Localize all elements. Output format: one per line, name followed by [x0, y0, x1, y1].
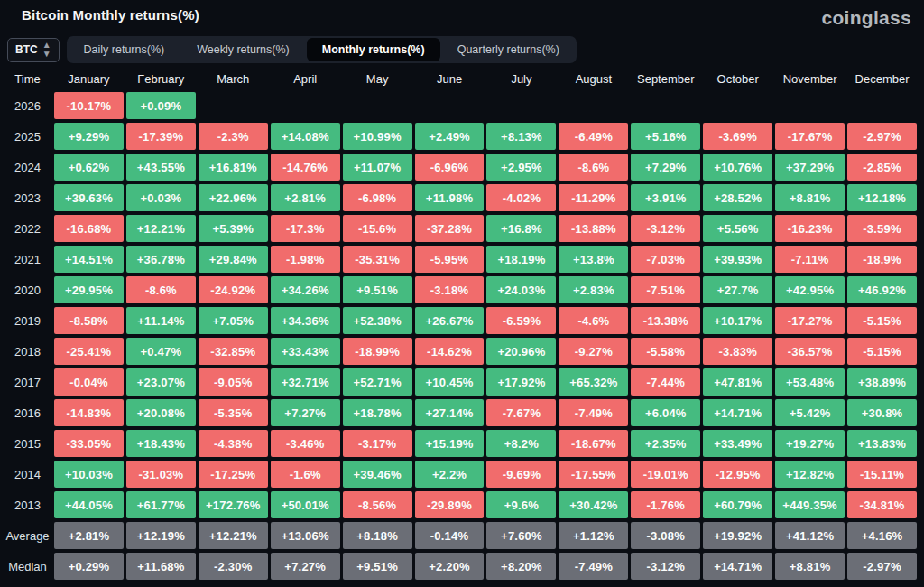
heatmap-cell: +8.18% [343, 522, 412, 549]
heatmap-cell: -3.08% [631, 522, 700, 549]
heatmap-cell: -37.28% [415, 215, 485, 242]
heatmap-cell: -6.59% [486, 307, 556, 334]
heatmap-cell: +30.42% [559, 491, 628, 518]
heatmap-cell: +36.78% [126, 246, 196, 273]
heatmap-cell: +19.27% [775, 430, 845, 457]
heatmap-cell: -9.05% [199, 368, 268, 396]
page-title: Bitcoin Monthly returns(%) [22, 7, 199, 23]
heatmap-row-median: Median+0.29%+11.68%-2.30%+7.27%+9.51%+2.… [4, 553, 917, 580]
heatmap-cell: -9.27% [559, 338, 628, 365]
row-label: 2026 [4, 92, 51, 119]
heatmap-row-2021: 2021+14.51%+36.78%+29.84%-1.98%-35.31%-5… [4, 246, 917, 273]
row-label: 2017 [4, 368, 51, 396]
heatmap-cell-empty [775, 92, 845, 119]
heatmap-cell: -14.83% [54, 399, 124, 426]
heatmap-cell: -7.49% [559, 553, 628, 580]
heatmap-cell: +61.77% [126, 491, 196, 518]
heatmap-cell: -5.58% [631, 338, 700, 365]
tab-quarterly-returns[interactable]: Quarterly returns(%) [442, 38, 575, 61]
heatmap-cell: -2.3% [199, 123, 268, 150]
heatmap-cell: +11.98% [415, 184, 485, 211]
heatmap-cell: +6.04% [631, 399, 700, 426]
heatmap-cell: +8.81% [775, 184, 845, 211]
heatmap-cell: -0.04% [54, 368, 124, 396]
heatmap-cell: -5.35% [199, 399, 268, 426]
heatmap-cell: -14.76% [271, 154, 340, 181]
heatmap-cell: +33.43% [271, 338, 340, 365]
column-header-january: January [54, 72, 124, 86]
heatmap-cell: -2.97% [847, 553, 917, 580]
heatmap-cell: +3.91% [631, 184, 700, 211]
heatmap-cell: +2.81% [54, 522, 124, 549]
heatmap-cell: -19.01% [631, 461, 700, 488]
heatmap-cell: -17.25% [199, 461, 268, 488]
heatmap-cell: +37.29% [775, 154, 845, 181]
heatmap-cell: +7.27% [271, 399, 340, 426]
heatmap-cell: +20.96% [486, 338, 556, 365]
heatmap-cell: +52.71% [343, 368, 412, 396]
heatmap-cell: +2.20% [415, 553, 485, 580]
heatmap-row-2019: 2019-8.58%+11.14%+7.05%+34.36%+52.38%+26… [4, 307, 917, 334]
heatmap-row-2025: 2025+9.29%-17.39%-2.3%+14.08%+10.99%+2.4… [4, 123, 917, 150]
heatmap-row-2023: 2023+39.63%+0.03%+22.96%+2.81%-6.98%+11.… [4, 184, 917, 211]
heatmap-cell: -13.88% [559, 215, 628, 242]
heatmap-cell: +9.6% [486, 491, 556, 518]
heatmap-cell: +17.92% [486, 368, 556, 396]
heatmap-row-2020: 2020+29.95%-8.6%-24.92%+34.26%+9.51%-3.1… [4, 276, 917, 303]
heatmap-cell-empty [486, 92, 556, 119]
heatmap-cell: -5.15% [847, 307, 917, 334]
heatmap-cell: -13.38% [631, 307, 700, 334]
tab-daily-returns[interactable]: Daily returns(%) [69, 38, 180, 61]
heatmap-cell: +9.51% [343, 276, 412, 303]
heatmap-cell: +23.07% [126, 368, 196, 396]
heatmap-cell: +2.95% [486, 154, 556, 181]
heatmap-cell: +10.99% [343, 123, 412, 150]
heatmap-cell: +0.47% [126, 338, 196, 365]
heatmap-cell: -8.58% [54, 307, 124, 334]
heatmap-cell: +0.62% [54, 154, 124, 181]
heatmap-cell: -17.67% [775, 123, 845, 150]
column-header-may: May [343, 72, 412, 86]
heatmap-cell: -3.12% [631, 553, 700, 580]
row-label: 2025 [4, 123, 51, 150]
heatmap-cell: -18.67% [559, 430, 628, 457]
row-label: 2022 [4, 215, 51, 242]
column-header-july: July [486, 72, 556, 86]
heatmap-cell: -16.68% [54, 215, 124, 242]
column-header-april: April [271, 72, 340, 86]
heatmap-cell: +12.21% [199, 522, 268, 549]
heatmap-cell: -12.95% [703, 461, 772, 488]
heatmap-cell: +11.07% [343, 154, 412, 181]
heatmap-cell: +9.51% [343, 553, 412, 580]
heatmap-cell: -35.31% [343, 246, 412, 273]
tab-weekly-returns[interactable]: Weekly returns(%) [181, 38, 305, 61]
heatmap-row-2014: 2014+10.03%-31.03%-17.25%-1.6%+39.46%+2.… [4, 461, 917, 488]
heatmap-cell: +14.51% [54, 246, 124, 273]
heatmap-cell: +52.38% [343, 307, 412, 334]
heatmap-cell: +44.05% [54, 491, 124, 518]
heatmap-row-2017: 2017-0.04%+23.07%-9.05%+32.71%+52.71%+10… [4, 368, 917, 396]
symbol-select[interactable]: BTC ▲▼ [7, 38, 60, 62]
heatmap-cell: -11.29% [559, 184, 628, 211]
heatmap-cell: +53.48% [775, 368, 845, 396]
heatmap-row-2022: 2022-16.68%+12.21%+5.39%-17.3%-15.6%-37.… [4, 215, 917, 242]
heatmap-cell: -15.6% [343, 215, 412, 242]
heatmap-cell: +12.18% [847, 184, 917, 211]
heatmap-cell: -7.11% [775, 246, 845, 273]
heatmap-cell: -14.62% [415, 338, 485, 365]
heatmap-cell: +5.16% [631, 123, 700, 150]
heatmap-cell: -8.56% [343, 491, 412, 518]
heatmap-cell: +32.71% [271, 368, 340, 396]
heatmap-cell: +29.95% [54, 276, 124, 303]
heatmap-cell: +15.19% [415, 430, 485, 457]
heatmap-rows: 2026-10.17%+0.09%2025+9.29%-17.39%-2.3%+… [4, 92, 917, 580]
heatmap-cell: +0.29% [54, 553, 124, 580]
heatmap-cell: -3.69% [703, 123, 772, 150]
heatmap-cell: +10.45% [415, 368, 485, 396]
heatmap-cell: +5.39% [199, 215, 268, 242]
heatmap-cell: +38.89% [847, 368, 917, 396]
tab-monthly-returns[interactable]: Monthly returns(%) [307, 38, 440, 61]
heatmap-cell: +65.32% [559, 368, 628, 396]
heatmap-cell: -17.39% [126, 123, 196, 150]
heatmap-cell-empty [343, 92, 412, 119]
